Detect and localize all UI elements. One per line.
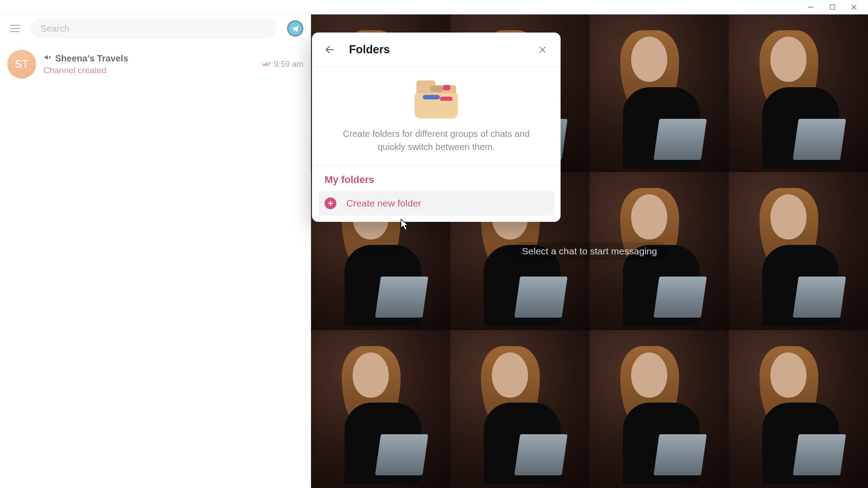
chat-list: ST Sheena's Travels Channel created (0, 42, 311, 86)
chat-name: Sheena's Travels (55, 53, 128, 64)
avatar: ST (7, 50, 36, 79)
menu-button[interactable] (5, 19, 24, 38)
chat-meta: Sheena's Travels Channel created (43, 53, 254, 75)
window-titlebar (0, 0, 868, 14)
window-close-button[interactable] (850, 3, 858, 11)
telegram-icon[interactable] (287, 20, 303, 37)
plus-icon: + (325, 197, 336, 209)
chat-time: 9:59 am (274, 60, 303, 69)
chat-right-meta: 9:59 am (261, 58, 303, 70)
search-input[interactable] (31, 19, 276, 38)
modal-header: Folders (312, 33, 561, 67)
search-wrap (31, 19, 276, 38)
modal-title: Folders (349, 43, 524, 56)
empty-chat-hint: Select a chat to start messaging (512, 242, 667, 260)
folder-illustration (414, 77, 459, 118)
close-button[interactable] (533, 41, 552, 59)
chat-list-item[interactable]: ST Sheena's Travels Channel created (3, 46, 308, 82)
folders-modal: Folders Create folders for different gro… (312, 33, 561, 222)
sidebar-header (0, 14, 311, 42)
read-check-icon (261, 58, 271, 70)
back-button[interactable] (321, 41, 339, 59)
megaphone-icon (43, 53, 52, 63)
svg-rect-1 (830, 5, 835, 9)
chat-subtitle: Channel created (43, 66, 254, 75)
window-controls (807, 3, 858, 11)
my-folders-label: My folders (312, 166, 561, 188)
window-maximize-button[interactable] (828, 3, 836, 11)
hamburger-icon (10, 28, 20, 29)
create-new-folder-label: Create new folder (346, 198, 421, 209)
sidebar: ST Sheena's Travels Channel created (0, 14, 311, 488)
window-minimize-button[interactable] (807, 3, 815, 11)
modal-description: Create folders for different groups of c… (337, 127, 536, 154)
create-new-folder-button[interactable]: + Create new folder (318, 191, 554, 216)
modal-hero: Create folders for different groups of c… (312, 67, 561, 166)
